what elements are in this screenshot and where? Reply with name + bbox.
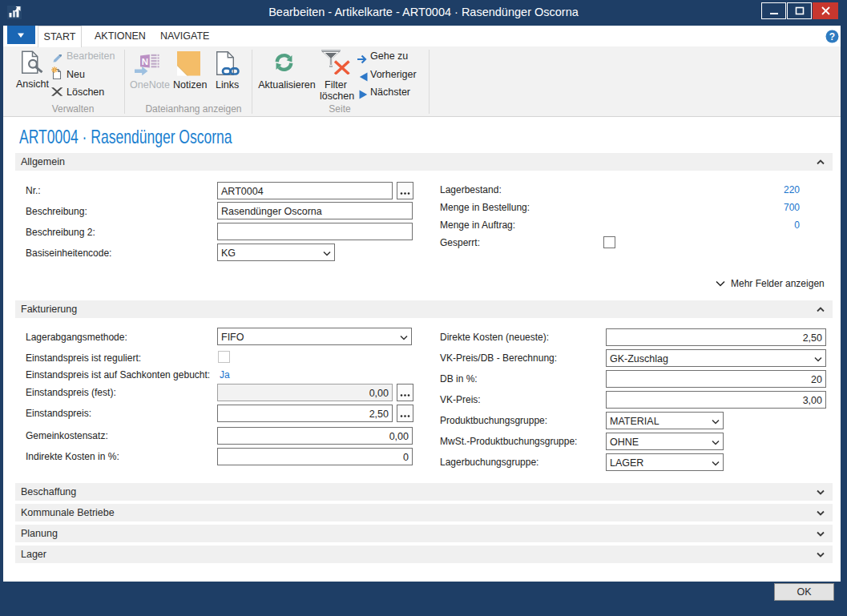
svg-text:N: N	[142, 57, 148, 66]
svg-text:?: ?	[829, 31, 835, 42]
